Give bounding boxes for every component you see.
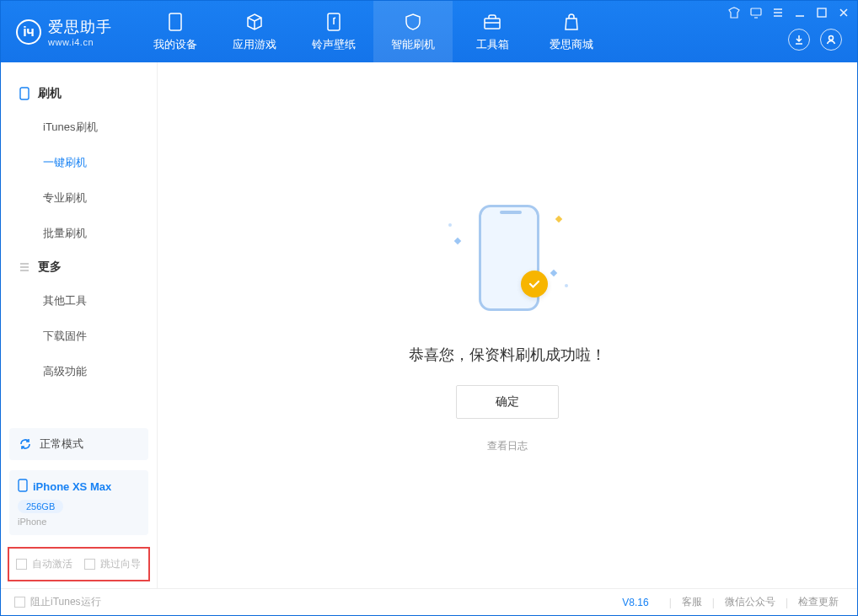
device-storage: 256GB (18, 500, 63, 513)
svg-rect-7 (19, 479, 27, 491)
sidebar: 刷机 iTunes刷机 一键刷机 专业刷机 批量刷机 更多 其他工具 下载固件 … (1, 62, 158, 588)
wechat-link[interactable]: 微信公众号 (720, 595, 780, 609)
sidebar-item-advanced[interactable]: 高级功能 (1, 354, 157, 389)
status-bar: 阻止iTunes运行 V8.16 | 客服 | 微信公众号 | 检查更新 (1, 588, 857, 615)
music-icon (324, 12, 344, 32)
mode-label: 正常模式 (40, 437, 83, 452)
check-update-link[interactable]: 检查更新 (793, 595, 844, 609)
main-content: 恭喜您，保资料刷机成功啦！ 确定 查看日志 (158, 62, 857, 588)
svg-point-5 (829, 36, 834, 40)
success-message: 恭喜您，保资料刷机成功啦！ (409, 345, 606, 365)
checkbox-icon (16, 559, 27, 570)
tab-store[interactable]: 爱思商城 (532, 1, 611, 62)
checkbox-skip-guide[interactable]: 跳过向导 (84, 557, 141, 571)
device-type: iPhone (18, 517, 140, 527)
close-icon[interactable] (837, 6, 850, 19)
checkbox-label: 阻止iTunes运行 (30, 595, 101, 609)
sidebar-item-download-firmware[interactable]: 下载固件 (1, 319, 157, 354)
checkbox-block-itunes[interactable]: 阻止iTunes运行 (14, 595, 101, 609)
minimize-icon[interactable] (793, 6, 807, 19)
tab-apps-games[interactable]: 应用游戏 (215, 1, 294, 62)
phone-icon (165, 12, 185, 32)
tab-label: 应用游戏 (233, 37, 276, 52)
success-illustration (440, 198, 575, 324)
tab-label: 我的设备 (153, 37, 197, 52)
view-log-link[interactable]: 查看日志 (487, 439, 528, 453)
dot-icon (448, 223, 452, 227)
sidebar-item-pro-flash[interactable]: 专业刷机 (1, 180, 157, 216)
category-label: 更多 (38, 260, 62, 275)
tab-smart-flash[interactable]: 智能刷机 (373, 1, 453, 62)
tab-ringtones[interactable]: 铃声壁纸 (294, 1, 373, 62)
checkbox-icon (84, 559, 95, 570)
user-button[interactable] (820, 29, 842, 51)
checkbox-auto-activate[interactable]: 自动激活 (16, 557, 72, 571)
category-label: 刷机 (38, 86, 62, 101)
tab-label: 工具箱 (476, 37, 509, 52)
sidebar-item-batch-flash[interactable]: 批量刷机 (1, 216, 157, 251)
window-controls (727, 6, 850, 19)
bag-icon (561, 12, 582, 32)
top-tabs: 我的设备 应用游戏 铃声壁纸 智能刷机 工具箱 爱思商城 (136, 1, 611, 62)
brand-name: 爱思助手 (48, 17, 112, 37)
checkbox-label: 跳过向导 (100, 557, 141, 571)
phone-small-icon (18, 479, 28, 495)
menu-icon[interactable] (771, 6, 785, 19)
sidebar-item-other-tools[interactable]: 其他工具 (1, 283, 157, 319)
dot-icon (565, 284, 568, 287)
refresh-icon (18, 437, 33, 452)
svg-rect-0 (169, 13, 181, 30)
support-link[interactable]: 客服 (677, 595, 707, 609)
flash-options-highlight: 自动激活 跳过向导 (8, 547, 150, 581)
tab-toolbox[interactable]: 工具箱 (453, 1, 532, 62)
device-info[interactable]: iPhone XS Max 256GB iPhone (9, 470, 148, 535)
device-icon (18, 87, 31, 100)
shield-icon (403, 12, 423, 32)
skin-icon[interactable] (727, 6, 741, 19)
version-label: V8.16 (622, 597, 648, 608)
app-logo: iч 爱思助手 www.i4.cn (1, 17, 127, 47)
sparkle-icon (555, 215, 562, 222)
checkbox-icon (14, 597, 25, 608)
feedback-icon[interactable] (749, 6, 763, 19)
svg-rect-4 (818, 8, 826, 17)
sidebar-item-itunes-flash[interactable]: iTunes刷机 (1, 110, 157, 145)
tab-label: 爱思商城 (550, 37, 593, 52)
app-header: iч 爱思助手 www.i4.cn 我的设备 应用游戏 铃声壁纸 智能刷机 (1, 1, 857, 62)
brand-url: www.i4.cn (48, 37, 112, 47)
list-icon (18, 260, 31, 274)
maximize-icon[interactable] (815, 6, 829, 19)
checkbox-label: 自动激活 (32, 557, 72, 571)
svg-rect-3 (751, 8, 761, 15)
svg-rect-6 (20, 88, 29, 99)
sidebar-item-oneclick-flash[interactable]: 一键刷机 (1, 145, 157, 180)
logo-icon: iч (16, 19, 41, 45)
device-name: iPhone XS Max (33, 480, 111, 493)
header-actions (788, 29, 842, 51)
toolbox-icon (482, 12, 502, 32)
svg-rect-2 (485, 19, 500, 29)
tab-label: 智能刷机 (391, 37, 435, 52)
tab-label: 铃声壁纸 (312, 37, 356, 52)
tab-my-device[interactable]: 我的设备 (136, 1, 215, 62)
cube-icon (244, 12, 265, 32)
sidebar-category-more: 更多 (1, 251, 157, 283)
download-button[interactable] (788, 29, 810, 51)
sparkle-icon (454, 237, 461, 244)
device-mode[interactable]: 正常模式 (9, 428, 148, 460)
sparkle-icon (550, 269, 557, 276)
check-badge-icon (521, 271, 548, 297)
confirm-button[interactable]: 确定 (456, 385, 559, 419)
sidebar-category-flash: 刷机 (1, 78, 157, 110)
